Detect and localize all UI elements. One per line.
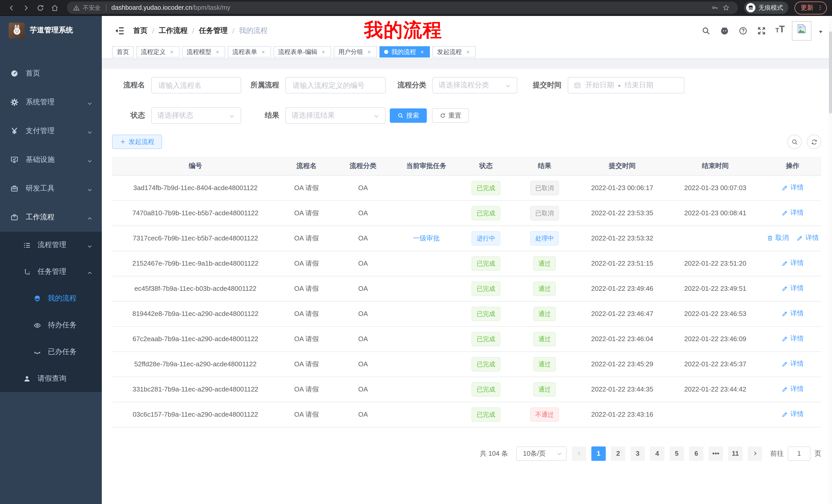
avatar[interactable] — [792, 21, 811, 40]
current-task-link[interactable]: 一级审批 — [413, 233, 440, 243]
result-badge: 处理中 — [530, 231, 559, 245]
browser-forward-icon[interactable] — [20, 2, 32, 14]
sidebar-item-system[interactable]: 系统管理 — [0, 88, 102, 117]
sidebar-item-dev-tools[interactable]: 研发工具 — [0, 174, 102, 203]
bookmark-star-icon[interactable] — [721, 2, 732, 13]
cell-task — [392, 402, 461, 427]
cancel-link[interactable]: 取消 — [766, 233, 788, 243]
sidebar-item-todo-tasks[interactable]: 待办任务 — [0, 312, 102, 339]
prev-page-button[interactable] — [572, 446, 586, 460]
process-category-select[interactable]: 请选择流程分类 — [433, 77, 517, 93]
font-size-icon[interactable]: TT — [773, 24, 787, 37]
github-icon[interactable] — [718, 24, 731, 37]
tree-list-icon — [23, 241, 31, 249]
page-button-3[interactable]: 3 — [630, 446, 645, 460]
detail-link[interactable]: 详情 — [782, 309, 804, 318]
toggle-search-button[interactable] — [787, 135, 802, 149]
browser-home-icon[interactable] — [48, 2, 61, 14]
sidebar-item-workflow[interactable]: 工作流程 — [0, 203, 102, 232]
calendar-icon — [574, 82, 581, 89]
detail-link[interactable]: 详情 — [782, 208, 804, 218]
submit-time-range-picker[interactable]: 开始日期 - 结束日期 — [568, 77, 684, 93]
browser-reload-icon[interactable] — [34, 2, 46, 14]
start-process-button[interactable]: 发起流程 — [112, 135, 162, 149]
detail-link[interactable]: 详情 — [782, 359, 804, 369]
detail-link[interactable]: 详情 — [797, 233, 819, 243]
app-logo[interactable]: 芋道管理系统 — [0, 16, 102, 45]
tab-process-form[interactable]: 流程表单× — [228, 46, 271, 58]
next-page-button[interactable] — [748, 446, 762, 460]
refresh-table-button[interactable] — [807, 135, 821, 149]
password-key-icon[interactable] — [709, 2, 721, 13]
result-select[interactable]: 请选择流结果 — [285, 107, 386, 124]
sidebar-item-payment[interactable]: 支付管理 — [0, 117, 102, 145]
end-date-placeholder[interactable]: 结束日期 — [625, 81, 653, 90]
incognito-badge: 无痕模式 — [744, 2, 788, 14]
address-bar[interactable]: 不安全 dashboard.yudao.iocoder.cn/bpm/task/… — [67, 2, 738, 14]
sidebar-item-my-process[interactable]: 我的流程 — [0, 285, 102, 312]
sidebar-item-done-tasks[interactable]: 已办任务 — [0, 339, 102, 365]
goto-page-input[interactable] — [788, 446, 810, 460]
status-select[interactable]: 请选择状态 — [151, 107, 241, 124]
sidebar-item-task-management[interactable]: 任务管理 — [0, 258, 102, 285]
security-label: 不安全 — [83, 4, 101, 11]
tab-my-process[interactable]: 我的流程× — [380, 46, 430, 58]
detail-link[interactable]: 详情 — [782, 183, 804, 192]
update-button[interactable]: 更新 — [795, 1, 827, 14]
sidebar-item-label: 任务管理 — [37, 267, 87, 276]
cell-name: OA 请假 — [279, 301, 334, 326]
detail-link[interactable]: 详情 — [782, 284, 804, 293]
close-icon[interactable]: × — [465, 49, 471, 55]
cell-category: OA — [334, 301, 392, 326]
chevron-down-icon — [87, 100, 93, 105]
close-icon[interactable]: × — [366, 49, 372, 55]
close-icon[interactable]: × — [169, 49, 175, 55]
close-icon[interactable]: × — [260, 49, 266, 55]
cell-submit-time: 2022-01-22 23:49:46 — [578, 276, 667, 301]
page-button-1[interactable]: 1 — [591, 446, 606, 460]
tab-user-group[interactable]: 用户分组× — [334, 46, 377, 58]
search-icon[interactable] — [699, 24, 713, 37]
help-icon[interactable] — [736, 24, 750, 37]
browser-chrome: 不安全 dashboard.yudao.iocoder.cn/bpm/task/… — [0, 0, 832, 16]
page-button-2[interactable]: 2 — [611, 446, 625, 460]
sidebar-item-infrastructure[interactable]: 基础设施 — [0, 145, 102, 174]
breadcrumb-workflow[interactable]: 工作流程 — [159, 26, 188, 35]
fullscreen-icon[interactable] — [755, 24, 768, 37]
page-button-4[interactable]: 4 — [650, 446, 665, 460]
browser-back-icon[interactable] — [5, 2, 18, 14]
search-button[interactable]: 搜索 — [390, 108, 427, 123]
close-icon[interactable]: × — [214, 49, 220, 55]
tab-home[interactable]: 首页 — [112, 46, 134, 58]
page-button-11[interactable]: 11 — [728, 446, 743, 460]
tab-start-process[interactable]: 发起流程× — [433, 46, 476, 58]
detail-link[interactable]: 详情 — [782, 385, 804, 394]
sidebar-item-leave-query[interactable]: 请假查询 — [0, 365, 102, 392]
security-indicator[interactable]: 不安全 — [73, 4, 101, 11]
detail-link[interactable]: 详情 — [782, 334, 804, 343]
scrollbar-thumb[interactable] — [829, 31, 832, 114]
process-name-input[interactable] — [151, 77, 241, 93]
start-date-placeholder[interactable]: 开始日期 — [585, 81, 614, 90]
tab-process-definition[interactable]: 流程定义× — [136, 46, 179, 58]
close-icon[interactable]: × — [419, 49, 425, 55]
detail-link[interactable]: 详情 — [782, 410, 804, 419]
reset-button[interactable]: 重置 — [432, 108, 469, 123]
tab-process-model[interactable]: 流程模型× — [182, 46, 225, 58]
page-size-select[interactable]: 10条/页 — [516, 446, 567, 460]
breadcrumb-task-management[interactable]: 任务管理 — [199, 26, 228, 35]
more-pages-button[interactable]: ••• — [709, 446, 723, 460]
caret-down-icon[interactable] — [817, 27, 824, 34]
menu-dots-icon[interactable] — [817, 5, 823, 11]
page-button-5[interactable]: 5 — [670, 446, 684, 460]
cell-task — [392, 301, 461, 326]
sidebar-item-home[interactable]: 首页 — [0, 59, 102, 88]
sidebar-item-process-management[interactable]: 流程管理 — [0, 232, 102, 258]
page-button-6[interactable]: 6 — [689, 446, 703, 460]
sidebar-fold-icon[interactable] — [115, 25, 125, 36]
detail-link[interactable]: 详情 — [782, 259, 804, 268]
close-icon[interactable]: × — [320, 49, 327, 55]
breadcrumb-home[interactable]: 首页 — [133, 26, 148, 35]
tab-process-form-edit[interactable]: 流程表单-编辑× — [274, 46, 331, 58]
process-definition-input[interactable] — [285, 77, 386, 93]
